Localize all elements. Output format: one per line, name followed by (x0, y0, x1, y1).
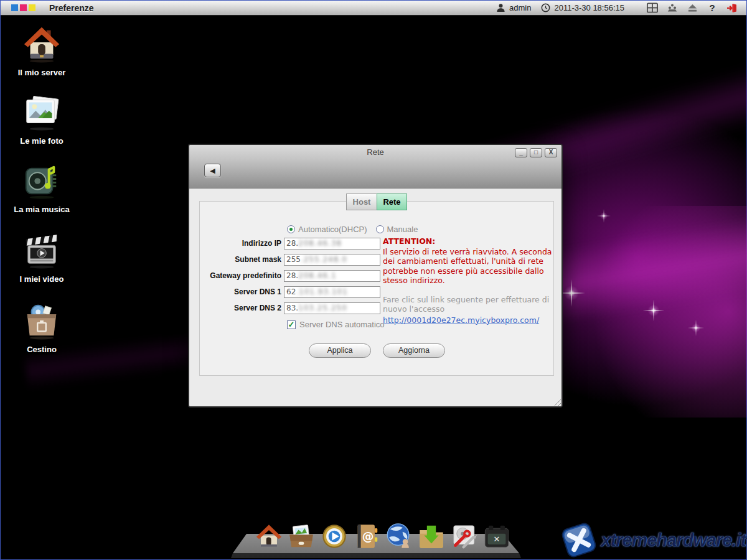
gateway-input[interactable]: 28.208.46.1 (284, 270, 380, 282)
masked-value: 208.46.38 (298, 239, 342, 248)
dock-photos-icon[interactable] (287, 522, 316, 551)
subnet-label: Subnet mask (200, 254, 281, 266)
desktop-icon-server[interactable]: Il mio server (9, 24, 74, 77)
dock-home-icon[interactable] (255, 522, 283, 551)
user-name: admin (509, 3, 531, 12)
desktop-icon-label: Il mio server (9, 68, 74, 77)
svg-text:@: @ (362, 530, 374, 543)
maximize-button[interactable]: □ (530, 148, 542, 157)
user-icon (495, 2, 506, 14)
masked-value: 103.25.250 (298, 304, 347, 312)
tab-bar: Host Rete (346, 194, 407, 210)
rete-window: Rete _ □ X ◀ Host Rete Automatico(DHCP) … (188, 144, 563, 408)
menubar-title: Preferenze (49, 3, 94, 13)
menubar: Preferenze admin 2011-3-30 18:56:15 (1, 1, 746, 16)
eject-icon[interactable] (687, 2, 698, 14)
window-body: Host Rete Automatico(DHCP) Manuale Indir… (189, 189, 561, 406)
watermark: xtremehardware.it (560, 522, 746, 558)
desktop-icon-label: La mia musica (9, 205, 74, 214)
clock-display: 2011-3-30 18:56:15 (540, 2, 624, 14)
dns1-input[interactable]: 62.101.93.101 (284, 286, 380, 298)
warning-text: Il servizio di rete verrà riavviato. A s… (383, 247, 555, 286)
dock-web-icon[interactable] (385, 522, 413, 551)
back-button[interactable]: ◀ (204, 164, 221, 177)
layout-grid-icon[interactable] (647, 2, 658, 14)
apply-button[interactable]: Applica (309, 343, 371, 358)
user-menu[interactable]: admin (495, 2, 531, 14)
music-icon (22, 161, 61, 200)
refresh-button[interactable]: Aggiorna (383, 343, 445, 358)
dns2-label: Server DNS 2 (200, 302, 281, 314)
radio-manual-label: Manuale (387, 225, 418, 234)
subnet-mask-input[interactable]: 255.255.248.0 (284, 254, 380, 266)
masked-value: 208.46.1 (298, 271, 336, 280)
minimize-button[interactable]: _ (515, 148, 527, 157)
window-titlebar[interactable]: Rete _ □ X ◀ (189, 145, 561, 189)
server-home-icon (22, 24, 61, 63)
datetime-text: 2011-3-30 18:56:15 (554, 3, 624, 12)
tab-host[interactable]: Host (346, 194, 377, 210)
dock-disk-utility-icon[interactable] (450, 522, 479, 551)
radio-dhcp-label: Automatico(DHCP) (298, 225, 367, 234)
radio-manual[interactable] (376, 225, 384, 233)
trash-icon (22, 301, 61, 340)
desktop-icon-photos[interactable]: Le mie foto (9, 93, 74, 146)
dock-toolbox-icon[interactable]: ✕ (482, 522, 511, 551)
desktop-icon-label: Le mie foto (9, 136, 74, 146)
desktop-screen: Preferenze admin 2011-3-30 18:56:15 (0, 0, 747, 560)
network-form-panel: Automatico(DHCP) Manuale Indirizzo IP 28… (199, 201, 554, 376)
desktop-icon-music[interactable]: La mia musica (9, 161, 74, 214)
watermark-text: xtremehardware.it (601, 530, 746, 551)
dns-auto-checkbox[interactable]: ✓ (287, 320, 296, 329)
resize-grip[interactable] (553, 398, 561, 406)
svg-text:✕: ✕ (494, 534, 500, 544)
desktop-icon-video[interactable]: I miei video (9, 231, 74, 284)
desktop-icon-trash[interactable]: Cestino (9, 301, 74, 354)
desktop-icon-label: I miei video (9, 274, 74, 284)
dock-downloads-icon[interactable] (417, 522, 446, 551)
app-logo (11, 4, 35, 11)
radio-dhcp[interactable] (287, 225, 295, 233)
relogin-link[interactable]: http://0001d20e27ec.myicyboxpro.com/ (383, 315, 539, 325)
dns-auto-row: ✓ Server DNS automatico (287, 320, 385, 329)
dns2-input[interactable]: 83.103.25.250 (284, 302, 380, 314)
ip-label: Indirizzo IP (200, 238, 281, 250)
dns-auto-label: Server DNS automatico (299, 320, 385, 329)
photos-icon (22, 93, 61, 131)
workgroup-icon[interactable] (667, 2, 678, 14)
relogin-info-text: Fare clic sul link seguente per effettua… (383, 295, 555, 314)
dns1-label: Server DNS 1 (200, 286, 281, 298)
desktop-icon-label: Cestino (9, 345, 74, 354)
masked-value: .255.248.0 (301, 255, 347, 264)
warning-block: ATTENTION: Il servizio di rete verrà ria… (383, 236, 555, 325)
warning-heading: ATTENTION: (383, 236, 555, 246)
close-button[interactable]: X (545, 148, 557, 157)
video-icon (22, 231, 61, 269)
dock: @ (230, 517, 522, 560)
ip-mode-radios: Automatico(DHCP) Manuale (287, 225, 418, 234)
window-title: Rete (189, 147, 561, 157)
masked-value: .101.93.101 (296, 287, 348, 296)
ip-address-input[interactable]: 28.208.46.38 (284, 238, 380, 250)
tab-rete[interactable]: Rete (377, 194, 407, 210)
dock-contacts-icon[interactable]: @ (352, 522, 381, 551)
xtremehardware-logo-icon (559, 520, 598, 559)
logout-icon[interactable] (726, 2, 738, 14)
help-icon[interactable]: ? (707, 2, 718, 14)
dock-media-player-icon[interactable] (320, 522, 349, 551)
clock-icon (540, 2, 551, 14)
gateway-label: Gateway predefinito (200, 270, 281, 282)
